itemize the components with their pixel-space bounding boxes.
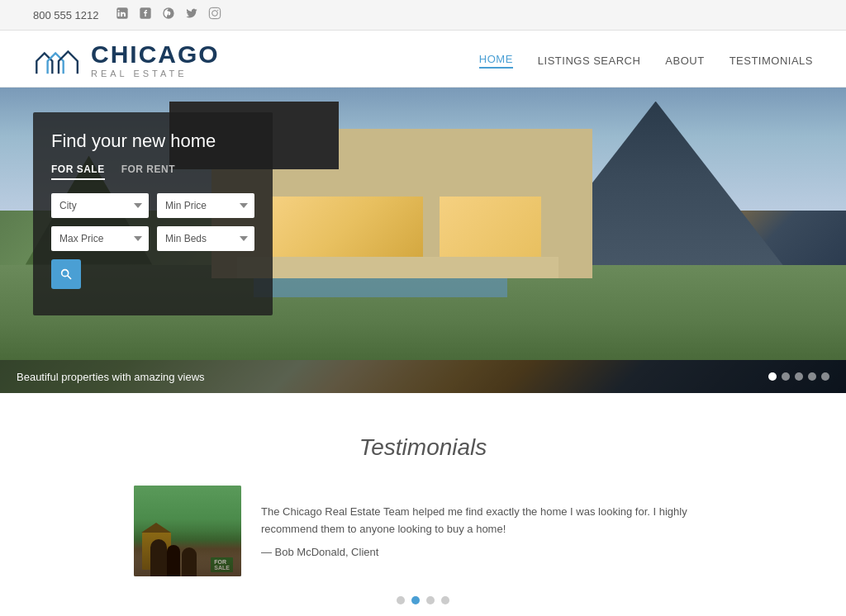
svg-rect-3 bbox=[209, 7, 220, 18]
min-price-select[interactable]: Min Price $100,000 $200,000 $300,000 $50… bbox=[157, 193, 254, 218]
page-dot-1[interactable] bbox=[397, 596, 405, 604]
tab-for-sale[interactable]: FOR SALE bbox=[51, 163, 105, 180]
hero-dot-4[interactable] bbox=[808, 372, 816, 381]
testimonials-pagination bbox=[33, 596, 813, 604]
logo-main-text: CHICAGO bbox=[91, 42, 220, 67]
testimonial-attribution: — Bob McDonald, Client bbox=[261, 546, 712, 558]
hero-dot-3[interactable] bbox=[795, 372, 803, 381]
logo: CHICAGO REAL ESTATE bbox=[33, 42, 220, 78]
svg-point-5 bbox=[217, 10, 218, 11]
nav-home[interactable]: HOME bbox=[479, 53, 513, 69]
svg-point-4 bbox=[212, 11, 217, 17]
svg-line-7 bbox=[68, 276, 71, 279]
testimonial-photo: FORSALE bbox=[134, 486, 241, 576]
max-price-select[interactable]: Max Price $200,000 $400,000 $600,000 $1,… bbox=[51, 226, 149, 251]
testimonial-content: The Chicago Real Estate Team helped me f… bbox=[261, 504, 712, 559]
min-beds-select[interactable]: Min Beds 1 2 3 4 5+ bbox=[157, 226, 254, 251]
testimonials-title: Testimonials bbox=[33, 434, 813, 461]
pinterest-icon[interactable] bbox=[162, 7, 175, 23]
hero-dot-2[interactable] bbox=[782, 372, 790, 381]
tab-for-rent[interactable]: FOR RENT bbox=[121, 163, 175, 180]
hero-dots bbox=[768, 372, 829, 381]
instagram-icon[interactable] bbox=[208, 7, 221, 23]
page-dot-2[interactable] bbox=[411, 596, 420, 604]
nav-listings-search[interactable]: LISTINGS SEARCH bbox=[538, 54, 641, 67]
testimonial-card: FORSALE The Chicago Real Estate Team hel… bbox=[134, 486, 712, 576]
logo-sub-text: REAL ESTATE bbox=[91, 69, 220, 78]
search-panel: Find your new home FOR SALE FOR RENT Cit… bbox=[33, 112, 273, 315]
search-tabs: FOR SALE FOR RENT bbox=[51, 163, 254, 180]
page-dot-4[interactable] bbox=[441, 596, 449, 604]
search-button[interactable] bbox=[51, 259, 81, 289]
search-row-1: City Chicago Evanston Oak Park Min Price… bbox=[51, 193, 254, 218]
search-button-row bbox=[51, 259, 254, 289]
hero-bottom-bar: Beautiful properties with amazing views bbox=[0, 360, 846, 393]
main-nav: HOME LISTINGS SEARCH ABOUT TESTIMONIALS bbox=[479, 53, 813, 69]
hero-dot-5[interactable] bbox=[821, 372, 829, 381]
social-icons bbox=[116, 7, 221, 23]
logo-icon bbox=[33, 44, 83, 77]
facebook-icon[interactable] bbox=[139, 7, 152, 23]
hero-dot-1[interactable] bbox=[768, 372, 777, 381]
logo-text: CHICAGO REAL ESTATE bbox=[91, 42, 220, 78]
testimonial-quote: The Chicago Real Estate Team helped me f… bbox=[261, 504, 712, 538]
page-dot-3[interactable] bbox=[426, 596, 435, 604]
city-select[interactable]: City Chicago Evanston Oak Park bbox=[51, 193, 149, 218]
top-bar: 800 555 1212 bbox=[0, 0, 846, 31]
hero-caption: Beautiful properties with amazing views bbox=[17, 371, 205, 383]
nav-testimonials[interactable]: TESTIMONIALS bbox=[730, 54, 813, 67]
phone-number: 800 555 1212 bbox=[33, 9, 99, 21]
testimonials-section: Testimonials FORSALE The Chicago Real Es… bbox=[0, 393, 846, 616]
twitter-icon[interactable] bbox=[185, 7, 198, 23]
search-row-2: Max Price $200,000 $400,000 $600,000 $1,… bbox=[51, 226, 254, 251]
hero-section: Find your new home FOR SALE FOR RENT Cit… bbox=[0, 88, 846, 393]
header: CHICAGO REAL ESTATE HOME LISTINGS SEARCH… bbox=[0, 31, 846, 87]
svg-point-6 bbox=[62, 270, 69, 277]
linkedin-icon[interactable] bbox=[116, 7, 129, 23]
search-title: Find your new home bbox=[51, 130, 254, 152]
people-silhouettes bbox=[134, 531, 241, 576]
nav-about[interactable]: ABOUT bbox=[665, 54, 704, 67]
